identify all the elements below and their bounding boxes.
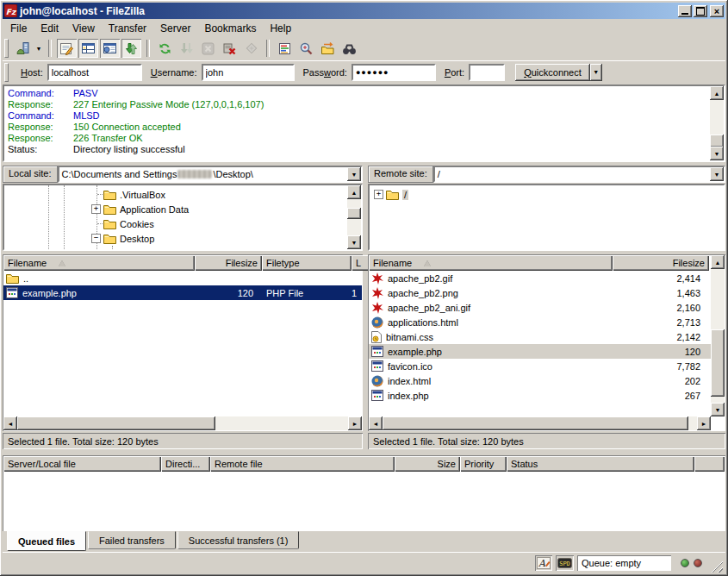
tab-queued-files[interactable]: Queued files — [7, 531, 86, 551]
transfer-type-indicator[interactable]: A — [535, 555, 552, 571]
menu-edit[interactable]: Edit — [34, 21, 65, 36]
remote-vscroll-down-button[interactable]: ▼ — [711, 403, 725, 416]
filename-cell: favicon.ico — [369, 359, 613, 373]
find-files-button[interactable] — [339, 39, 359, 58]
remote-site-combo-arrow[interactable]: ▼ — [710, 167, 724, 181]
maximize-button[interactable] — [694, 5, 707, 17]
log-scroll-up-button[interactable]: ▲ — [710, 86, 724, 100]
queue-column-size[interactable]: Size — [395, 456, 460, 472]
log-scrollbar[interactable]: ▲ ▼ — [710, 86, 724, 160]
remote-hscroll-thumb[interactable] — [383, 416, 688, 430]
process-queue-button[interactable] — [177, 39, 196, 58]
queue-column-server-local-file[interactable]: Server/Local file — [3, 456, 161, 472]
toggle-remote-tree-button[interactable] — [100, 39, 120, 58]
close-button[interactable]: × — [710, 5, 724, 17]
collapse-icon[interactable]: − — [91, 234, 101, 243]
site-manager-button[interactable] — [13, 39, 33, 58]
menu-bookmarks[interactable]: Bookmarks — [197, 21, 263, 36]
site-manager-dropdown[interactable]: ▼ — [34, 39, 44, 58]
remote-vscrollbar[interactable]: ▲ ▼ — [711, 255, 725, 416]
filter-button[interactable] — [275, 39, 295, 58]
toolbar: ▼ — [3, 37, 725, 59]
quickconnect-dropdown[interactable]: ▼ — [590, 64, 602, 81]
menu-help[interactable]: Help — [263, 21, 298, 36]
menu-transfer[interactable]: Transfer — [102, 21, 153, 36]
resize-grip[interactable] — [711, 560, 723, 573]
local-site-combo-arrow[interactable]: ▼ — [347, 167, 361, 181]
tree-item-desktop[interactable]: −Desktop — [91, 231, 154, 246]
queue-column-directi[interactable]: Directi... — [161, 456, 210, 472]
file-row-favicon-ico[interactable]: favicon.ico7,782 — [369, 359, 711, 373]
tree-guide-line — [112, 246, 113, 249]
menu-server[interactable]: Server — [153, 21, 197, 36]
local-tree-scroll-up-button[interactable]: ▲ — [347, 185, 361, 199]
local-hscroll-left-button[interactable]: ◄ — [3, 416, 17, 430]
expand-icon[interactable]: + — [91, 204, 101, 214]
log-line-text: Directory listing successful — [73, 144, 185, 155]
tree-item-application-data[interactable]: +Application Data — [91, 202, 189, 216]
toolbar-grip[interactable] — [4, 39, 9, 58]
local-tree-scroll-down-button[interactable]: ▼ — [347, 235, 361, 249]
file-row-example-php[interactable]: example.php120PHP File1 — [3, 285, 362, 300]
minimize-button[interactable] — [678, 5, 692, 17]
remote-site-row: Remote site: / ▼ — [368, 166, 725, 183]
column-header-filetype[interactable]: Filetype — [262, 255, 352, 271]
tab-successful-transfers-1[interactable]: Successful transfers (1) — [177, 531, 300, 549]
file-row-[interactable]: .. — [3, 271, 362, 285]
remote-vscroll-up-button[interactable]: ▲ — [711, 255, 725, 269]
expand-icon[interactable]: + — [374, 190, 383, 199]
menu-file[interactable]: File — [3, 21, 34, 36]
column-header-filesize[interactable]: Filesize — [613, 255, 709, 271]
synchronized-browsing-button[interactable] — [318, 39, 338, 58]
queue-column-status[interactable]: Status — [507, 456, 694, 472]
local-hscrollbar[interactable]: ◄ ► — [3, 416, 362, 430]
file-row-apache-pb2-gif[interactable]: apache_pb2.gif2,414 — [369, 271, 711, 285]
remote-site-combobox[interactable]: / ▼ — [433, 166, 725, 183]
tree-item-cookies[interactable]: Cookies — [103, 216, 154, 231]
file-row-apache-pb2-ani-gif[interactable]: apache_pb2_ani.gif2,160 — [369, 300, 711, 315]
remote-hscroll-right-button[interactable]: ► — [697, 416, 711, 430]
host-input[interactable] — [47, 64, 142, 81]
speed-limit-indicator[interactable]: SPD — [556, 555, 574, 571]
log-scroll-thumb[interactable] — [710, 135, 724, 147]
quickbar-grip[interactable] — [4, 63, 9, 82]
password-input[interactable] — [352, 64, 436, 81]
log-line: Status:Directory listing successful — [8, 144, 724, 155]
cancel-operation-button[interactable] — [198, 39, 218, 58]
column-header-filesize[interactable]: Filesize — [195, 255, 262, 271]
queue-column-priority[interactable]: Priority — [460, 456, 507, 472]
compare-directories-button[interactable] — [296, 39, 316, 58]
port-input[interactable] — [469, 64, 505, 81]
file-row-index-html[interactable]: index.html202 — [369, 373, 711, 388]
column-header-filename[interactable]: Filename — [369, 255, 613, 271]
quickconnect-button[interactable]: Quickconnect — [515, 64, 590, 81]
file-row-index-php[interactable]: index.php267 — [369, 388, 711, 403]
username-input[interactable] — [202, 64, 295, 81]
refresh-button[interactable] — [155, 39, 175, 58]
disconnect-button[interactable] — [220, 39, 240, 58]
file-row-apache-pb2-png[interactable]: apache_pb2.png1,463 — [369, 285, 711, 300]
reconnect-button[interactable] — [241, 39, 261, 58]
remote-vscroll-thumb[interactable] — [711, 329, 725, 397]
tab-failed-transfers[interactable]: Failed transfers — [88, 531, 176, 549]
log-line-text: 150 Connection accepted — [73, 122, 181, 133]
local-tree-scroll-thumb[interactable] — [347, 208, 361, 219]
menu-view[interactable]: View — [65, 21, 102, 36]
tree-item-[interactable]: +/ — [374, 187, 408, 202]
toggle-message-log-button[interactable] — [57, 39, 77, 58]
tree-item-virtualbox[interactable]: .VirtualBox — [103, 187, 165, 202]
remote-hscroll-left-button[interactable]: ◄ — [369, 416, 383, 430]
toggle-transfer-queue-button[interactable] — [121, 39, 141, 58]
toggle-local-tree-button[interactable] — [78, 39, 98, 58]
file-row-bitnami-css[interactable]: bitnami.css2,142 — [369, 329, 711, 344]
file-row-applications-html[interactable]: applications.html2,713 — [369, 315, 711, 329]
log-scroll-down-button[interactable]: ▼ — [710, 147, 724, 160]
column-header-filename[interactable]: Filename — [3, 255, 195, 271]
local-hscroll-right-button[interactable]: ► — [348, 416, 362, 430]
file-row-example-php[interactable]: example.php120 — [369, 344, 711, 359]
local-site-combobox[interactable]: C:\Documents and Settings\Desktop\ ▼ — [58, 166, 363, 183]
queue-column-remote-file[interactable]: Remote file — [210, 456, 395, 472]
local-tree-scrollbar[interactable]: ▲ ▼ — [347, 185, 361, 249]
local-hscroll-thumb[interactable] — [17, 416, 215, 430]
remote-hscrollbar[interactable]: ◄ ► — [369, 416, 711, 430]
